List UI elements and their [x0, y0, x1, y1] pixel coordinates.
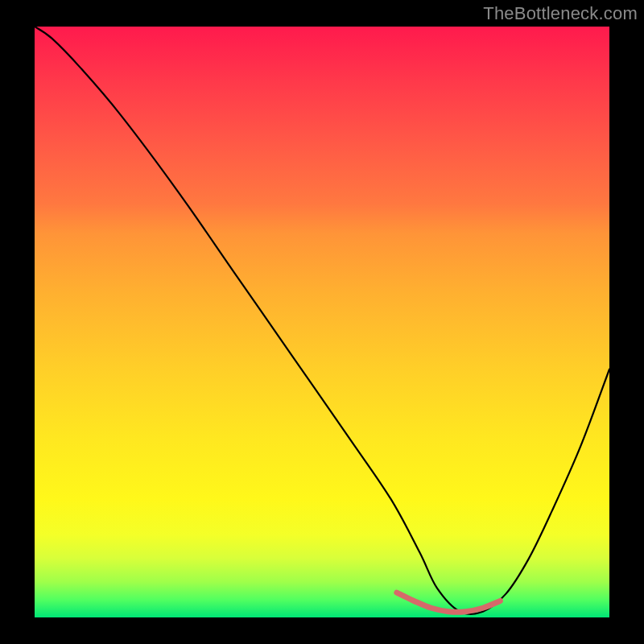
- attribution-watermark: TheBottleneck.com: [483, 3, 638, 24]
- gradient-plot-area: [35, 27, 609, 617]
- chart-frame: TheBottleneck.com: [0, 0, 644, 644]
